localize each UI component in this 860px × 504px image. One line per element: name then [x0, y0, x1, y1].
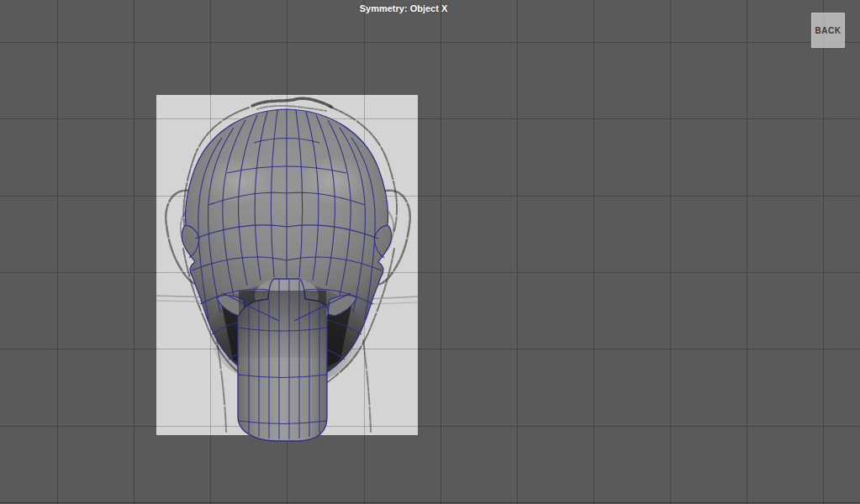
symmetry-status-label: Symmetry: Object X: [360, 3, 448, 13]
sculpt-viewport[interactable]: Symmetry: Object X BACK: [0, 0, 860, 504]
viewport-background: [0, 0, 860, 504]
back-button[interactable]: BACK: [811, 13, 845, 48]
viewport-canvas[interactable]: [0, 0, 860, 504]
